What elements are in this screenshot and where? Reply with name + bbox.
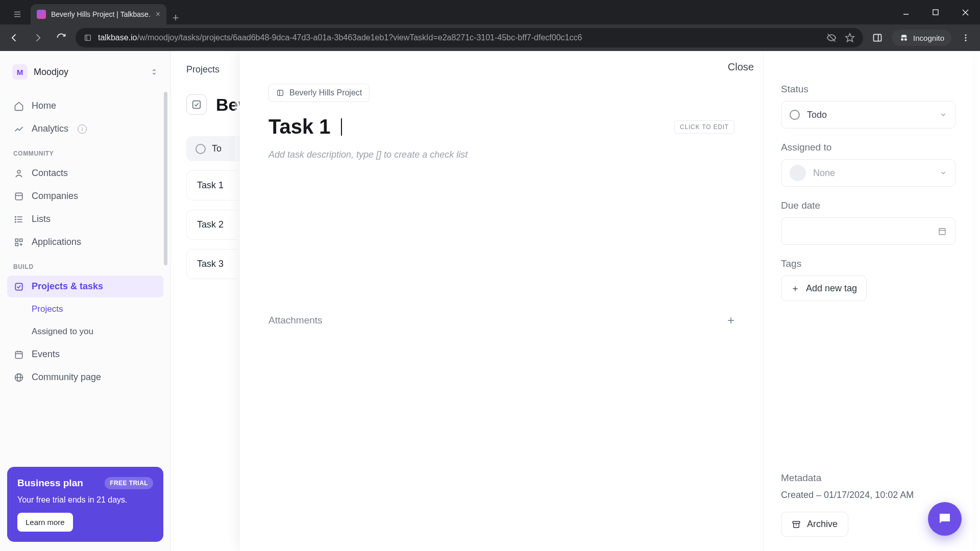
companies-icon xyxy=(13,191,24,202)
tags-label: Tags xyxy=(781,258,955,269)
incognito-icon xyxy=(899,33,909,43)
column-label: To xyxy=(212,143,222,154)
events-icon xyxy=(13,349,24,360)
nav-projects-tasks-label: Projects & tasks xyxy=(32,281,103,292)
due-date-input[interactable] xyxy=(781,217,955,245)
nav-contacts[interactable]: Contacts xyxy=(7,162,163,184)
nav-companies-label: Companies xyxy=(32,191,78,202)
avatar-placeholder-icon xyxy=(790,165,806,181)
tab-title: Beverly Hills Project | Talkbase. xyxy=(51,10,151,18)
tab-close-icon[interactable]: × xyxy=(156,10,160,19)
nav-projects-tasks[interactable]: Projects & tasks xyxy=(7,276,163,297)
assignee-value: None xyxy=(813,168,835,179)
bookmark-star-icon[interactable] xyxy=(845,33,855,43)
svg-point-14 xyxy=(965,40,967,41)
nav-contacts-label: Contacts xyxy=(32,168,68,179)
eye-off-icon[interactable] xyxy=(826,33,837,43)
nav-events[interactable]: Events xyxy=(7,343,163,365)
nav-analytics[interactable]: Analyticsi xyxy=(7,118,163,140)
workspace-avatar: M xyxy=(12,64,28,80)
incognito-indicator[interactable]: Incognito xyxy=(892,30,951,46)
chevron-updown-icon xyxy=(150,68,158,76)
task-detail-panel: Close Beverly Hills Project Task 1 CLICK… xyxy=(240,51,973,551)
workspace-name: Moodjoy xyxy=(34,67,68,78)
trial-plan: Business plan xyxy=(17,478,83,489)
plus-icon: ＋ xyxy=(791,282,800,294)
svg-rect-42 xyxy=(793,521,800,523)
nav-home-label: Home xyxy=(32,101,56,111)
trial-badge: FREE TRIAL xyxy=(105,477,153,489)
add-attachment-button[interactable]: + xyxy=(727,313,734,328)
nav-assigned[interactable]: Assigned to you xyxy=(7,321,163,342)
chat-icon xyxy=(937,511,952,527)
svg-point-11 xyxy=(904,38,907,41)
svg-rect-37 xyxy=(193,101,201,109)
section-build: BUILD xyxy=(7,254,163,274)
archive-label: Archive xyxy=(807,519,838,530)
analytics-icon xyxy=(13,124,24,134)
workspace-switcher[interactable]: M Moodjoy xyxy=(7,60,163,84)
contacts-icon xyxy=(13,168,24,179)
svg-rect-16 xyxy=(15,193,22,199)
reload-button[interactable] xyxy=(52,29,70,47)
window-minimize-button[interactable] xyxy=(891,0,921,24)
address-bar[interactable]: talkbase.io/w/moodjoy/tasks/projects/6aa… xyxy=(76,28,863,47)
favicon-icon xyxy=(37,10,46,19)
back-button[interactable] xyxy=(5,29,23,47)
archive-icon xyxy=(792,520,801,529)
svg-rect-26 xyxy=(15,243,18,245)
nav-projects-label: Projects xyxy=(32,304,63,314)
forward-button[interactable] xyxy=(29,29,47,47)
add-tag-label: Add new tag xyxy=(806,283,857,294)
svg-rect-25 xyxy=(20,239,22,241)
new-tab-button[interactable]: + xyxy=(166,11,185,24)
nav-community-page-label: Community page xyxy=(32,372,101,383)
nav-home[interactable]: Home xyxy=(7,95,163,117)
svg-point-21 xyxy=(15,216,16,217)
task-title[interactable]: Task 1 xyxy=(268,115,331,138)
tab-search-icon[interactable] xyxy=(4,4,31,24)
globe-icon xyxy=(13,372,24,383)
status-value: Todo xyxy=(807,110,827,120)
browser-tab[interactable]: Beverly Hills Project | Talkbase. × xyxy=(31,4,166,24)
browser-menu-button[interactable] xyxy=(957,29,975,47)
project-chip[interactable]: Beverly Hills Project xyxy=(268,84,370,102)
svg-point-13 xyxy=(965,37,967,39)
svg-rect-30 xyxy=(15,352,22,358)
nav-projects[interactable]: Projects xyxy=(7,298,163,320)
browser-toolbar: talkbase.io/w/moodjoy/tasks/projects/6aa… xyxy=(0,24,980,51)
svg-rect-1 xyxy=(933,10,938,15)
project-chip-label: Beverly Hills Project xyxy=(289,88,362,97)
nav-applications[interactable]: Applications xyxy=(7,231,163,253)
nav-community-page[interactable]: Community page xyxy=(7,366,163,388)
site-settings-icon[interactable] xyxy=(84,34,92,42)
status-select[interactable]: Todo xyxy=(781,101,955,129)
svg-rect-4 xyxy=(85,35,91,41)
nav-analytics-label: Analytics xyxy=(32,123,68,134)
nav-events-label: Events xyxy=(32,349,60,360)
nav-applications-label: Applications xyxy=(32,237,81,247)
task-description-input[interactable]: Add task description, type [] to create … xyxy=(268,149,734,160)
svg-rect-38 xyxy=(278,90,283,96)
archive-button[interactable]: Archive xyxy=(781,512,848,537)
calendar-icon xyxy=(938,227,947,236)
url-domain: talkbase.io xyxy=(98,33,137,42)
attachments-label: Attachments xyxy=(268,315,323,326)
trial-message: Your free trial ends in 21 days. xyxy=(17,495,153,505)
lists-icon xyxy=(13,214,24,224)
svg-rect-24 xyxy=(15,239,18,241)
status-label: Status xyxy=(781,84,955,95)
window-close-button[interactable] xyxy=(950,0,980,24)
sidepanel-icon[interactable] xyxy=(868,29,887,47)
nav-companies[interactable]: Companies xyxy=(7,185,163,207)
trial-banner: Business plan FREE TRIAL Your free trial… xyxy=(7,467,163,542)
window-maximize-button[interactable] xyxy=(921,0,950,24)
learn-more-button[interactable]: Learn more xyxy=(17,513,73,532)
close-button[interactable]: Close xyxy=(728,61,754,73)
add-tag-button[interactable]: ＋ Add new tag xyxy=(781,276,867,301)
nav-lists[interactable]: Lists xyxy=(7,208,163,230)
due-date-label: Due date xyxy=(781,200,955,211)
url-path: /w/moodjoy/tasks/projects/6aad6b48-9dca-… xyxy=(137,33,582,42)
chat-fab[interactable] xyxy=(928,502,962,536)
assignee-select[interactable]: None xyxy=(781,159,955,187)
